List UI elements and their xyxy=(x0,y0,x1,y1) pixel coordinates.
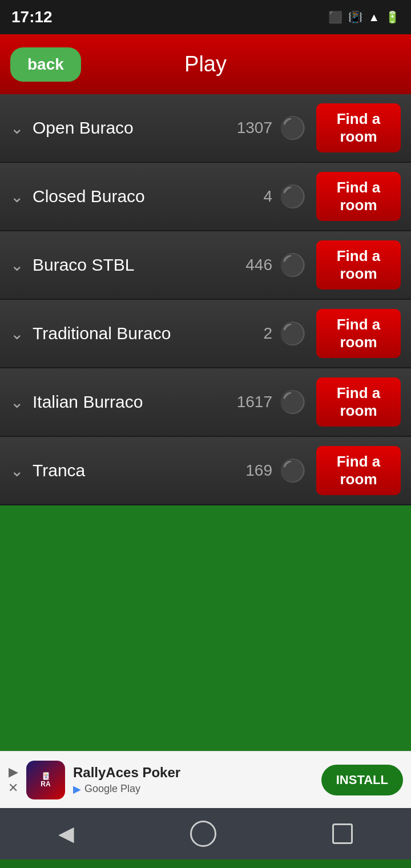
status-icons: ⬛ 📳 ▲ 🔋 xyxy=(328,10,400,24)
find-room-button[interactable]: Find aroom xyxy=(316,446,401,495)
ad-close-area: ▶ ✕ xyxy=(8,765,18,795)
player-icon: ⚫ xyxy=(279,115,306,140)
ad-logo-text: 🃏RA xyxy=(41,772,50,788)
green-area xyxy=(0,505,411,751)
header: back Play xyxy=(0,34,411,94)
home-nav-icon[interactable] xyxy=(190,821,216,847)
wifi-icon: ▲ xyxy=(368,11,380,24)
player-count: 2 xyxy=(263,324,272,343)
find-room-button[interactable]: Find aroom xyxy=(316,103,401,152)
ad-app-name: RallyAces Poker xyxy=(73,765,313,781)
room-name: Tranca xyxy=(33,460,245,481)
ad-play-label: Google Play xyxy=(84,783,140,795)
back-button[interactable]: back xyxy=(10,47,81,82)
chevron-down-icon: ⌄ xyxy=(10,119,23,138)
player-icon: ⚫ xyxy=(279,184,306,209)
chevron-down-icon: ⌄ xyxy=(10,461,23,480)
back-nav-icon[interactable]: ◀ xyxy=(58,822,74,846)
chevron-down-icon: ⌄ xyxy=(10,393,23,412)
chevron-down-icon: ⌄ xyxy=(10,187,23,206)
room-name: Buraco STBL xyxy=(33,254,245,276)
player-icon: ⚫ xyxy=(279,458,306,483)
ad-info: RallyAces Poker ▶ Google Play xyxy=(73,765,313,795)
room-list: ⌄ Open Buraco 1307 ⚫ Find aroom ⌄ Closed… xyxy=(0,94,411,505)
chevron-down-icon: ⌄ xyxy=(10,256,23,275)
install-button[interactable]: INSTALL xyxy=(321,765,403,795)
room-name: Closed Buraco xyxy=(33,186,263,207)
room-row: ⌄ Italian Burraco 1617 ⚫ Find aroom xyxy=(0,368,411,437)
room-name: Traditional Buraco xyxy=(33,323,263,344)
player-count: 446 xyxy=(245,256,272,274)
find-room-button[interactable]: Find aroom xyxy=(316,377,401,427)
google-play-icon: ▶ xyxy=(73,783,81,795)
home-circle xyxy=(190,821,216,847)
find-room-button[interactable]: Find aroom xyxy=(316,172,401,221)
room-row: ⌄ Closed Buraco 4 ⚫ Find aroom xyxy=(0,163,411,231)
status-time: 17:12 xyxy=(11,8,53,26)
cast-icon: ⬛ xyxy=(328,10,342,24)
player-count: 1617 xyxy=(237,393,272,411)
player-icon: ⚫ xyxy=(279,389,306,415)
player-icon: ⚫ xyxy=(279,321,306,346)
status-bar: 17:12 ⬛ 📳 ▲ 🔋 xyxy=(0,0,411,34)
room-row: ⌄ Tranca 169 ⚫ Find aroom xyxy=(0,437,411,505)
player-count: 169 xyxy=(245,461,272,480)
room-row: ⌄ Traditional Buraco 2 ⚫ Find aroom xyxy=(0,300,411,368)
find-room-button[interactable]: Find aroom xyxy=(316,240,401,290)
ad-source: ▶ Google Play xyxy=(73,783,313,795)
player-count: 4 xyxy=(263,187,272,206)
recents-square xyxy=(332,823,353,844)
room-name: Italian Burraco xyxy=(33,391,237,413)
chevron-down-icon: ⌄ xyxy=(10,324,23,343)
room-row: ⌄ Open Buraco 1307 ⚫ Find aroom xyxy=(0,94,411,163)
ad-logo: 🃏RA xyxy=(26,761,65,799)
recents-nav-icon[interactable] xyxy=(332,823,353,844)
room-name: Open Buraco xyxy=(33,117,237,139)
nav-bar: ◀ xyxy=(0,808,411,859)
ad-banner: ▶ ✕ 🃏RA RallyAces Poker ▶ Google Play IN… xyxy=(0,751,411,808)
vibrate-icon: 📳 xyxy=(348,10,362,24)
ad-play-icon: ▶ xyxy=(9,765,18,779)
ad-close-icon[interactable]: ✕ xyxy=(8,781,18,795)
room-row: ⌄ Buraco STBL 446 ⚫ Find aroom xyxy=(0,231,411,300)
player-count: 1307 xyxy=(237,119,272,137)
player-icon: ⚫ xyxy=(279,252,306,278)
battery-icon: 🔋 xyxy=(385,10,400,24)
find-room-button[interactable]: Find aroom xyxy=(316,309,401,358)
page-title: Play xyxy=(184,52,227,77)
